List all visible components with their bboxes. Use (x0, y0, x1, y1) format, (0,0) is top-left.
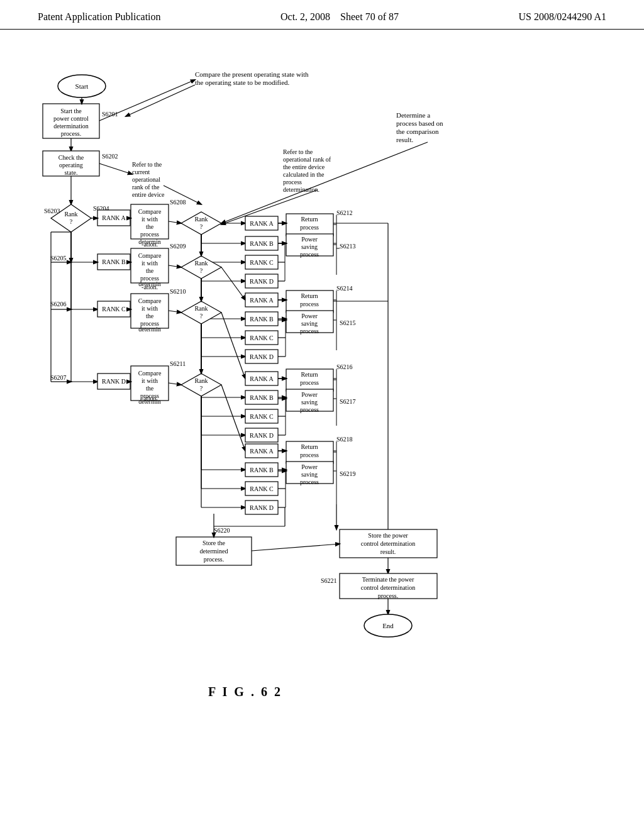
svg-text:control determination: control determination (361, 540, 415, 547)
svg-text:operational rank of: operational rank of (283, 156, 331, 163)
svg-text:process: process (300, 479, 319, 485)
svg-text:process: process (300, 224, 319, 231)
svg-text:Return: Return (301, 292, 318, 299)
svg-text:RANK B: RANK B (250, 316, 274, 323)
svg-text:RANK A: RANK A (102, 214, 126, 221)
svg-text:S6216: S6216 (336, 363, 353, 370)
svg-text:rank of the: rank of the (132, 184, 160, 191)
svg-text:Return: Return (301, 216, 318, 223)
svg-text:entire device: entire device (132, 191, 165, 198)
svg-text:RANK A: RANK A (250, 448, 274, 455)
svg-text:Power: Power (301, 391, 318, 398)
svg-text:process based on: process based on (396, 119, 443, 127)
svg-text:process: process (300, 328, 319, 335)
svg-text:RANK C: RANK C (102, 306, 126, 313)
svg-line-286 (221, 142, 428, 223)
svg-line-98 (221, 267, 245, 300)
svg-text:Return: Return (301, 443, 318, 450)
svg-text:-ation.: -ation. (142, 241, 158, 248)
svg-text:Start: Start (75, 82, 89, 90)
svg-text:Check the: Check the (58, 154, 84, 161)
svg-text:process: process (300, 379, 319, 386)
svg-text:-ation.: -ation. (142, 284, 158, 290)
svg-line-97 (169, 265, 181, 267)
svg-text:S6218: S6218 (336, 436, 353, 443)
diagram-area: text { font-family: 'Times New Roman', T… (0, 30, 644, 784)
svg-text:the comparison: the comparison (396, 128, 439, 135)
svg-text:result.: result. (380, 548, 396, 555)
svg-text:result.: result. (396, 136, 413, 143)
svg-line-142 (169, 311, 181, 313)
page-header: Patent Application Publication Oct. 2, 2… (0, 0, 644, 30)
svg-text:saving: saving (301, 399, 318, 406)
svg-text:Terminate the power: Terminate the power (362, 576, 414, 583)
svg-text:RANK A: RANK A (250, 220, 274, 227)
svg-text:process: process (300, 251, 319, 258)
svg-text:Return: Return (301, 371, 318, 378)
svg-text:RANK C: RANK C (250, 259, 274, 266)
svg-text:Rank: Rank (64, 211, 77, 218)
svg-line-284 (99, 163, 132, 174)
svg-text:RANK C: RANK C (250, 485, 274, 492)
svg-text:process: process (300, 451, 319, 458)
svg-text:RANK D: RANK D (250, 432, 274, 439)
svg-text:saving: saving (301, 243, 318, 250)
svg-text:S6203: S6203 (44, 208, 60, 214)
flowchart-svg: text { font-family: 'Times New Roman', T… (0, 30, 644, 784)
svg-text:S6221: S6221 (321, 577, 337, 584)
svg-text:determined: determined (200, 548, 228, 555)
svg-text:determin: determin (138, 326, 161, 333)
svg-text:operational: operational (132, 176, 160, 183)
svg-line-187 (169, 383, 181, 385)
svg-text:process: process (140, 231, 159, 238)
svg-text:S6212: S6212 (336, 209, 353, 216)
svg-text:-ation.: -ation. (142, 395, 158, 402)
svg-line-52 (169, 221, 181, 223)
svg-text:the: the (146, 223, 154, 230)
svg-text:S6207: S6207 (50, 374, 67, 381)
svg-text:Compare: Compare (138, 252, 162, 259)
svg-text:process.: process. (378, 592, 399, 599)
svg-text:RANK D: RANK D (102, 378, 126, 385)
svg-text:Power: Power (301, 463, 318, 470)
svg-text:the: the (146, 267, 154, 274)
svg-text:process.: process. (61, 130, 82, 137)
svg-text:the: the (146, 385, 154, 392)
svg-text:Start the: Start the (60, 108, 82, 114)
svg-text:it with: it with (142, 377, 158, 384)
svg-text:?: ? (200, 313, 203, 319)
svg-text:Store the: Store the (203, 540, 225, 546)
svg-line-143 (221, 313, 245, 379)
svg-text:Determine a: Determine a (396, 111, 430, 119)
svg-text:Store the power: Store the power (368, 532, 408, 539)
svg-text:RANK A: RANK A (250, 297, 274, 304)
svg-text:S6220: S6220 (214, 527, 230, 534)
svg-text:?: ? (200, 385, 203, 392)
svg-text:?: ? (200, 267, 203, 274)
svg-text:Refer to the: Refer to the (132, 161, 162, 168)
svg-text:it with: it with (142, 216, 158, 223)
svg-text:process: process (283, 179, 302, 185)
svg-text:Compare the present operating : Compare the present operating state with (195, 70, 309, 78)
svg-text:process: process (300, 406, 319, 413)
svg-text:S6211: S6211 (170, 360, 186, 367)
svg-text:RANK C: RANK C (250, 413, 274, 420)
header-left: Patent Application Publication (38, 11, 161, 23)
svg-text:saving: saving (301, 320, 318, 327)
svg-text:saving: saving (301, 471, 318, 478)
svg-text:RANK B: RANK B (250, 240, 274, 247)
svg-text:S6209: S6209 (170, 243, 186, 250)
svg-text:process: process (300, 301, 319, 307)
svg-text:S6205: S6205 (50, 255, 67, 262)
svg-text:the: the (146, 313, 154, 319)
header-right: US 2008/0244290 A1 (518, 11, 606, 23)
svg-text:F I G .  6 2: F I G . 6 2 (208, 685, 282, 699)
svg-text:Compare: Compare (138, 208, 162, 215)
svg-text:it with: it with (142, 260, 158, 267)
svg-text:RANK B: RANK B (102, 258, 126, 265)
svg-text:?: ? (70, 218, 73, 225)
svg-text:Refer to the: Refer to the (283, 148, 313, 155)
svg-text:S6219: S6219 (340, 470, 356, 477)
svg-text:Compare: Compare (138, 370, 162, 377)
svg-text:Rank: Rank (194, 260, 208, 267)
